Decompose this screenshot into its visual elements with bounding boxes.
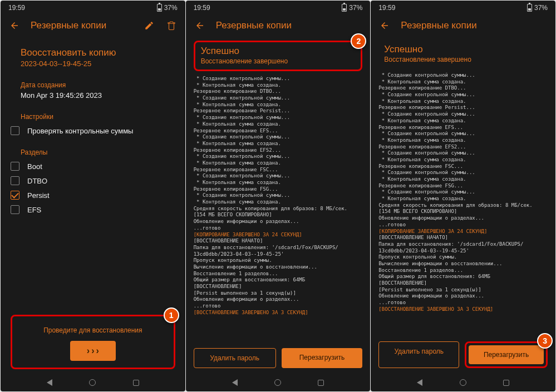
clock: 19:59 [194,4,210,12]
checkbox-icon[interactable] [11,126,19,135]
reboot-button[interactable]: Перезагрузить [469,345,544,364]
log-output: * Создание контрольной суммы... * Контро… [371,70,555,312]
partition-row[interactable]: Boot [11,162,175,171]
phone-screen-1: 19:59 37% Резервные копии Воосстановить … [1,1,185,391]
partitions-label: Разделы [21,148,175,156]
header: Резервные копии [1,15,185,36]
status-bar: 19:59 37% [371,1,555,15]
header: Резервные копии [186,15,371,36]
phone-screen-2: 19:59 37% Резервные копии Успешно Восста… [186,1,371,391]
nav-recent-icon[interactable] [133,380,139,386]
back-icon[interactable] [378,19,391,32]
delete-password-button[interactable]: Удалить пароль [194,348,276,368]
checkbox-icon[interactable] [11,191,19,200]
nav-back-icon[interactable] [232,379,238,386]
button-row: Удалить пароль Перезагрузить [194,348,363,368]
status-bar: 19:59 37% [1,1,185,15]
checksum-row[interactable]: Проверять контрольные суммы [11,126,175,135]
battery-icon [527,4,532,12]
step-badge-3: 3 [537,333,553,349]
partition-row[interactable]: EFS [11,205,175,214]
partition-label: EFS [27,206,41,214]
success-panel: Успешно Восстановление завершено 2 [194,41,363,71]
partition-label: Persist [27,191,50,200]
restore-subtitle: 2023-04-03--19-45-25 [21,59,175,68]
nav-home-icon[interactable] [460,379,466,386]
slide-to-restore: Проведите для восстановления › › › 1 [11,315,175,369]
restore-title: Воосстановить копию [21,47,175,58]
battery-pct: 37% [349,4,362,12]
status-bar: 19:59 37% [186,1,371,15]
step-badge-2: 2 [351,33,366,49]
slider-handle[interactable]: › › › [70,341,116,361]
chevron-right-icon: › [87,346,90,356]
nav-back-icon[interactable] [47,379,52,386]
log-output: * Создание контрольной суммы... * Контро… [186,73,371,316]
button-row: Удалить пароль Перезагрузить 3 [378,341,548,368]
delete-password-button[interactable]: Удалить пароль [378,341,459,368]
success-subtitle: Восстановление завершено [201,57,356,65]
chevron-right-icon: › [96,346,99,356]
nav-bar [186,374,371,391]
nav-home-icon[interactable] [89,379,96,386]
nav-bar [1,374,185,391]
battery-pct: 37% [164,4,178,12]
clock: 19:59 [378,4,395,12]
success-title: Успешно [384,44,542,55]
partition-label: DTBO [27,177,47,185]
phone-screen-3: 19:59 37% Резервные копии Успешно Восста… [371,1,555,391]
battery-pct: 37% [534,4,548,12]
nav-bar [371,374,555,391]
date-value: Mon Apr 3 19:45:26 2023 [21,91,175,100]
header: Резервные копии [371,15,555,36]
delete-icon[interactable] [165,19,178,32]
chevron-right-icon: › [91,346,94,356]
step-badge-1: 1 [164,307,179,323]
clock: 19:59 [8,4,25,12]
settings-label: Настройки [21,113,175,121]
partition-row[interactable]: Persist [11,191,175,200]
header-title: Резервные копии [401,20,548,31]
battery-icon [157,4,162,12]
checkbox-icon[interactable] [11,176,19,185]
header-title: Резервные копии [31,20,133,31]
nav-home-icon[interactable] [274,379,281,386]
back-icon[interactable] [8,19,21,32]
slide-label: Проведите для восстановления [17,326,169,334]
nav-recent-icon[interactable] [318,380,324,386]
partition-row[interactable]: DTBO [11,176,175,185]
checkbox-icon[interactable] [11,205,19,214]
success-subtitle: Восстановление завершено [384,56,542,63]
back-icon[interactable] [194,19,206,32]
header-title: Резервные копии [216,20,363,31]
nav-recent-icon[interactable] [503,380,509,386]
reboot-highlight: Перезагрузить 3 [465,341,548,368]
success-title: Успешно [201,46,356,57]
checksum-label: Проверять контрольные суммы [27,127,133,135]
edit-icon[interactable] [143,19,155,32]
nav-back-icon[interactable] [417,379,422,386]
success-panel: Успешно Восстановление завершено [378,41,548,68]
partition-label: Boot [27,162,42,171]
checkbox-icon[interactable] [11,162,19,171]
status-right: 37% [157,4,178,12]
reboot-button[interactable]: Перезагрузить [282,348,363,368]
date-label: Дата создания [21,81,175,89]
battery-icon [342,4,347,12]
